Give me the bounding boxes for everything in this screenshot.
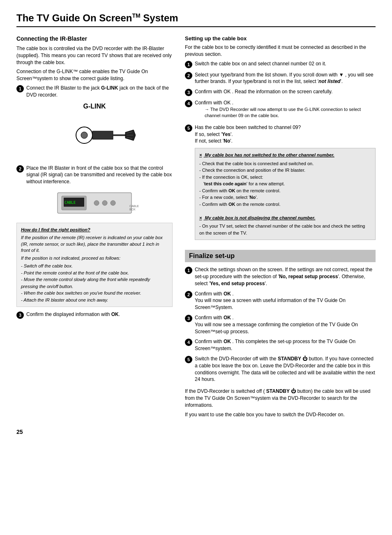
fin-step4: 4 Confirm with OK . This completes the s… <box>185 338 376 352</box>
fin-step-num-1: 1 <box>185 267 192 274</box>
svg-text:CABLE: CABLE <box>65 201 76 205</box>
r-step-num-2: 2 <box>185 72 192 79</box>
cable-box-svg: CABLE CABLE BOX <box>49 189 140 217</box>
tip-line-2: - Point the remote control at the front … <box>21 270 168 277</box>
r-step4-content: Confirm with OK . → The DVD Recorder wil… <box>195 99 376 121</box>
left-column: Connecting the IR-Blaster The cable box … <box>16 35 173 420</box>
p1-line5: - Confirm with OK on the remote control. <box>199 187 371 194</box>
r-step5-yes: If so, select 'Yes'. <box>195 131 233 137</box>
svg-point-14 <box>111 201 115 205</box>
title-tm: TM <box>132 12 140 19</box>
fin-step-num-4: 4 <box>185 339 192 346</box>
right-column: Setting up the cable box For the cable b… <box>185 35 376 420</box>
fin-step-num-3: 3 <box>185 315 192 322</box>
tip-para1: If the position of the remote (IR) recei… <box>21 235 168 254</box>
cable-box-image: CABLE CABLE BOX <box>16 189 173 219</box>
fin-step5-content: Switch the DVD-Recorder off with the STA… <box>195 355 376 383</box>
g-link-title: G-LINK <box>16 103 173 110</box>
r-step4-sub-text: → The DVD Recorder will now attempt to u… <box>205 107 361 118</box>
left-step1: 1 Connect the IR Blaster to the jack G-L… <box>16 85 173 99</box>
cable-intro: For the cable box to be correctly identi… <box>185 44 376 58</box>
fin-step-num-5: 5 <box>185 356 192 363</box>
finalize-header: Finalize set-up <box>185 250 376 262</box>
footer2: If you want to use the cable box you hav… <box>185 411 376 418</box>
tip-line-4: - When the cable box switches on you've … <box>21 290 168 297</box>
fin-step-num-2: 2 <box>185 291 192 298</box>
p1-line1: - Check that the cable box is connected … <box>199 160 371 167</box>
tip-para2: If the position is not indicated, procee… <box>21 255 168 261</box>
r-step-num-4: 4 <box>185 100 192 107</box>
svg-point-1 <box>81 132 88 138</box>
r-step-num-5: 5 <box>185 125 192 132</box>
r-step4-text: Confirm with OK . <box>195 100 233 106</box>
left-step2: 2 Place the IR Blaster in front of the c… <box>16 165 173 185</box>
right-step5: 5 Has the cable box been switched to cha… <box>185 124 376 243</box>
right-step1: 1 Switch the cable box on and select cha… <box>185 60 376 68</box>
tip-title: How do I find the right position? <box>21 226 168 233</box>
svg-point-13 <box>102 201 107 205</box>
fin-step1: 1 Check the settings shown on the screen… <box>185 266 376 287</box>
step3-ok: OK <box>111 311 119 317</box>
r-step1-content: Switch the cable box on and select chann… <box>195 60 376 67</box>
step2-content: Place the IR Blaster in front of the cab… <box>26 165 173 185</box>
fin-step3: 3 Confirm with OK . You will now see a m… <box>185 314 376 335</box>
title-suffix: System <box>141 12 178 23</box>
tip-line-3: - Move the remote control slowly along t… <box>21 276 168 290</box>
svg-point-12 <box>94 201 99 205</box>
p1-line4: 'test this code again' for a new attempt… <box>203 180 371 187</box>
g-link-bold: G-LINK <box>101 85 118 91</box>
p1-line6: - For a new code, select 'No'. <box>199 194 371 201</box>
fin-step3-sub: You will now see a message confirming th… <box>195 322 358 334</box>
svg-rect-2 <box>92 131 113 139</box>
p1-line7: - Confirm with OK on the remote control. <box>199 201 371 208</box>
footer1: If the DVD-Recorder is switched off ( ST… <box>185 388 376 408</box>
problem1-title: × My cable box has not switched to the o… <box>199 152 371 159</box>
tip-line-1: - Switch off the cable box. <box>21 263 168 270</box>
fin-step1-content: Check the settings shown on the screen. … <box>195 266 376 287</box>
svg-text:BOX: BOX <box>129 208 136 211</box>
fin-step2-content: Confirm with OK . You will now see a scr… <box>195 291 376 311</box>
p1-line2: - Check the connection and position of t… <box>199 167 371 174</box>
svg-text:CABLE: CABLE <box>129 205 139 208</box>
problem2-title: × My cable box is not displaying the cha… <box>199 214 371 221</box>
tip-box: How do I find the right position? If the… <box>16 223 173 307</box>
step3-content: Confirm the displayed information with O… <box>26 311 173 318</box>
r-step2-content: Select your type/brand from the list sho… <box>195 71 376 85</box>
g-link-section: G-LINK <box>16 103 173 159</box>
r-step5-content: Has the cable box been switched to chann… <box>195 124 376 243</box>
r-step5-no: If not, select 'No'. <box>195 138 233 144</box>
title-text: The TV Guide On Screen <box>16 12 132 23</box>
step-num-2: 2 <box>16 165 24 173</box>
p2-line1: - On your TV set, select the channel num… <box>199 223 371 236</box>
p1-line3: - If the connection is OK, select: <box>199 174 371 181</box>
fin-step2-sub: You will now see a screen with useful in… <box>195 297 346 310</box>
step-num-1: 1 <box>16 85 24 92</box>
fin-step3-content: Confirm with OK . You will now see a mes… <box>195 314 376 335</box>
right-step3: 3 Confirm with OK . Read the information… <box>185 88 376 96</box>
section1-para1: The cable box is controlled via the DVD … <box>16 45 173 66</box>
step1-content: Connect the IR Blaster to the jack G-LIN… <box>26 85 173 99</box>
not-listed: not listed <box>318 78 340 84</box>
step-num-3: 3 <box>16 311 24 319</box>
section-cable-heading: Setting up the cable box <box>185 35 376 42</box>
fin-step5: 5 Switch the DVD-Recorder off with the S… <box>185 355 376 383</box>
r-step5-text: Has the cable box been switched to chann… <box>195 125 301 130</box>
left-step3: 3 Confirm the displayed information with… <box>16 311 173 319</box>
page-title: The TV Guide On ScreenTM System <box>16 12 376 27</box>
r-step3-content: Confirm with OK . Read the information o… <box>195 88 376 95</box>
section1-para2: Connection of the G-LINK™ cable enables … <box>16 68 173 82</box>
r-step4-sub: → The DVD Recorder will now attempt to u… <box>205 106 376 119</box>
step3-post: . <box>119 311 120 317</box>
right-step2: 2 Select your type/brand from the list s… <box>185 71 376 85</box>
right-step4: 4 Confirm with OK . → The DVD Recorder w… <box>185 99 376 121</box>
fin-step2: 2 Confirm with OK . You will now see a s… <box>185 291 376 311</box>
page-number: 25 <box>16 429 376 435</box>
step3-text: Confirm the displayed information with <box>26 311 110 317</box>
r-step-num-3: 3 <box>185 89 192 96</box>
g-link-diagram <box>53 113 136 158</box>
section1-heading: Connecting the IR-Blaster <box>16 35 173 42</box>
finalize-section: Finalize set-up 1 Check the settings sho… <box>185 250 376 418</box>
tip-line-5: - Attach the IR blaster about one inch a… <box>21 297 168 304</box>
fin-step4-content: Confirm with OK . This completes the set… <box>195 338 376 352</box>
r-step-num-1: 1 <box>185 61 192 68</box>
